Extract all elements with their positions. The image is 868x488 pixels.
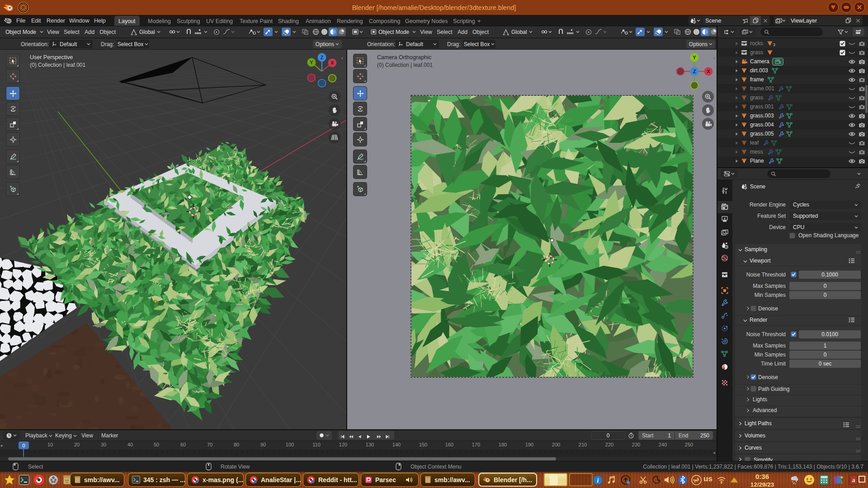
svg-text:Y: Y bbox=[310, 60, 313, 65]
svg-text:Y: Y bbox=[693, 55, 696, 60]
svg-text:Z: Z bbox=[693, 69, 696, 74]
svg-text:X: X bbox=[330, 60, 334, 66]
svg-text:Z: Z bbox=[321, 55, 324, 60]
svg-text:i: i bbox=[597, 477, 599, 483]
svg-text:a: a bbox=[852, 477, 855, 483]
svg-text:X: X bbox=[707, 69, 710, 74]
